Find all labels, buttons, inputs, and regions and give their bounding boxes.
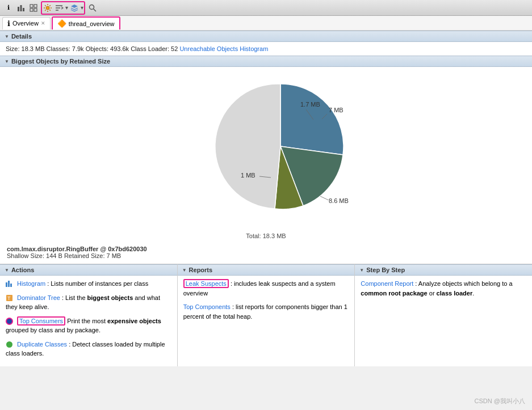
gear-icon[interactable] bbox=[43, 3, 53, 13]
details-classes-value: 7.9k bbox=[72, 45, 84, 52]
unreachable-objects-link[interactable]: Unreachable Objects Histogram bbox=[179, 45, 268, 52]
details-size-label: Size: bbox=[6, 45, 22, 52]
object-sizes: Shallow Size: 144 B Retained Size: 7 MB bbox=[7, 252, 525, 259]
details-classloader-value: 52 bbox=[171, 45, 178, 52]
details-objects-label: Objects: bbox=[86, 45, 110, 52]
dominator-tree-icon: T bbox=[6, 294, 14, 302]
dropdown-arrow1[interactable]: ▾ bbox=[65, 5, 68, 11]
report-leak-suspects: Leak Suspects : includes leak suspects a… bbox=[183, 279, 349, 298]
svg-rect-2 bbox=[23, 8, 24, 11]
histogram-icon bbox=[6, 280, 14, 288]
actions-content: Histogram : Lists number of instances pe… bbox=[0, 276, 177, 366]
details-header-label: Details bbox=[11, 33, 32, 40]
action-top-consumers: Top Consumers Print the most expensive o… bbox=[6, 316, 171, 335]
report-top-components: Top Components : list reports for compon… bbox=[183, 302, 349, 321]
actions-header-label: Actions bbox=[11, 267, 34, 273]
details-classes-label: Classes: bbox=[47, 45, 72, 52]
details-header: ▼ Details bbox=[0, 31, 532, 42]
top-consumers-link[interactable]: Top Consumers bbox=[17, 316, 65, 326]
leak-suspects-link[interactable]: Leak Suspects bbox=[183, 279, 229, 288]
step-by-step-panel: ▼ Step By Step Component Report : Analyz… bbox=[355, 264, 532, 366]
svg-rect-1 bbox=[20, 5, 22, 11]
actions-collapse-icon[interactable]: ▼ bbox=[5, 268, 9, 273]
svg-rect-14 bbox=[6, 282, 7, 287]
svg-point-8 bbox=[90, 5, 94, 9]
step-by-step-content: Component Report : Analyze objects which… bbox=[355, 276, 532, 306]
pie-chart-wrapper: 7 MB 1.7 MB 1 MB 8.6 MB bbox=[175, 73, 357, 231]
search-icon[interactable] bbox=[87, 3, 98, 13]
pie-label-1-7mb: 1.7 MB bbox=[300, 101, 320, 108]
svg-rect-4 bbox=[34, 5, 37, 7]
svg-line-9 bbox=[94, 9, 97, 11]
reports-header-label: Reports bbox=[189, 267, 213, 273]
top-consumers-icon bbox=[6, 318, 14, 326]
pie-chart-container: 7 MB 1.7 MB 1 MB 8.6 MB Total: 18.3 MB bbox=[0, 67, 532, 242]
object-info: com.lmax.disruptor.RingBuffer @ 0x7bd620… bbox=[0, 242, 532, 264]
object-name: com.lmax.disruptor.RingBuffer @ 0x7bd620… bbox=[7, 246, 525, 252]
pie-label-8-6mb: 8.6 MB bbox=[329, 197, 349, 204]
step-component-report: Component Report : Analyze objects which… bbox=[361, 279, 526, 298]
svg-point-21 bbox=[6, 341, 12, 348]
top-components-link[interactable]: Top Components bbox=[183, 303, 231, 310]
step-by-step-header-label: Step By Step bbox=[366, 267, 405, 273]
info-icon[interactable]: ℹ bbox=[3, 3, 14, 13]
action-duplicate-classes: Duplicate Classes : Detect classes loade… bbox=[6, 340, 171, 358]
tab-thread-overview[interactable]: 🔶 thread_overview bbox=[52, 16, 120, 29]
step-by-step-collapse-icon[interactable]: ▼ bbox=[359, 268, 364, 273]
svg-rect-3 bbox=[30, 5, 33, 7]
details-objects-value: 493.6k bbox=[110, 45, 129, 52]
histogram-desc: : Lists number of instances per class bbox=[47, 280, 148, 287]
pie-label-7mb: 7 MB bbox=[329, 107, 344, 113]
pie-label-1mb: 1 MB bbox=[241, 172, 255, 179]
tab-overview-close[interactable]: ✕ bbox=[41, 20, 45, 26]
details-collapse-icon[interactable]: ▼ bbox=[5, 34, 9, 39]
pie-chart: 7 MB 1.7 MB 1 MB 8.6 MB bbox=[175, 73, 357, 226]
details-content: Size: 18.3 MB Classes: 7.9k Objects: 493… bbox=[0, 42, 532, 56]
grid-icon[interactable] bbox=[28, 3, 39, 13]
details-classloader-label: Class Loader: bbox=[131, 45, 171, 52]
pie-total-label: Total: 18.3 MB bbox=[246, 233, 286, 239]
layers-icon[interactable] bbox=[69, 3, 79, 13]
dominator-tree-link[interactable]: Dominator Tree bbox=[17, 294, 60, 301]
action-dominator-tree: T Dominator Tree : List the biggest obje… bbox=[6, 293, 171, 312]
tab-thread-overview-label: thread_overview bbox=[69, 20, 115, 27]
svg-text:T: T bbox=[7, 295, 11, 301]
svg-line-13 bbox=[320, 196, 329, 200]
object-shallow-value: 144 B bbox=[46, 252, 62, 259]
reports-collapse-icon[interactable]: ▼ bbox=[182, 268, 187, 273]
action-histogram: Histogram : Lists number of instances pe… bbox=[6, 279, 171, 289]
duplicate-classes-icon bbox=[6, 341, 14, 349]
toolbar-highlighted-group: ▾ ▾ bbox=[41, 1, 85, 15]
reports-content: Leak Suspects : includes leak suspects a… bbox=[178, 276, 355, 329]
svg-rect-5 bbox=[30, 9, 33, 11]
duplicate-classes-link[interactable]: Duplicate Classes bbox=[17, 341, 67, 348]
component-report-link[interactable]: Component Report bbox=[361, 280, 413, 287]
reports-panel: ▼ Reports Leak Suspects : includes leak … bbox=[178, 264, 355, 366]
biggest-objects-header: ▼ Biggest Objects by Retained Size bbox=[0, 56, 532, 67]
bottom-panels: ▼ Actions Histogram : Lists number of in… bbox=[0, 264, 532, 366]
bar-chart-icon[interactable] bbox=[16, 3, 26, 13]
toolbar: ℹ ▾ bbox=[0, 0, 532, 16]
biggest-objects-header-label: Biggest Objects by Retained Size bbox=[11, 58, 110, 65]
biggest-objects-content: 7 MB 1.7 MB 1 MB 8.6 MB Total: 18.3 MB c… bbox=[0, 67, 532, 264]
tab-overview-label: Overview bbox=[12, 20, 39, 27]
thread-overview-icon: 🔶 bbox=[57, 19, 66, 28]
tab-overview[interactable]: ℹ Overview ✕ bbox=[2, 17, 51, 29]
svg-rect-15 bbox=[8, 281, 10, 287]
tabbar: ℹ Overview ✕ 🔶 thread_overview bbox=[0, 16, 532, 31]
svg-rect-0 bbox=[18, 7, 19, 11]
object-retained-value: 7 MB bbox=[107, 252, 122, 259]
actions-header: ▼ Actions bbox=[0, 264, 177, 276]
watermark: CSDN @我叫小八 bbox=[475, 397, 525, 405]
actions-panel: ▼ Actions Histogram : Lists number of in… bbox=[0, 264, 178, 366]
reports-header: ▼ Reports bbox=[178, 264, 355, 276]
biggest-objects-collapse-icon[interactable]: ▼ bbox=[5, 59, 9, 64]
object-name-text: com.lmax.disruptor.RingBuffer @ 0x7bd620… bbox=[7, 246, 147, 252]
overview-icon: ℹ bbox=[7, 19, 10, 28]
arrow-split-icon[interactable] bbox=[54, 3, 64, 13]
dropdown-arrow2[interactable]: ▾ bbox=[81, 5, 83, 11]
svg-point-7 bbox=[46, 6, 49, 10]
object-shallow-label: Shallow Size: bbox=[7, 252, 44, 259]
svg-rect-16 bbox=[10, 284, 12, 287]
histogram-link[interactable]: Histogram bbox=[17, 280, 45, 287]
